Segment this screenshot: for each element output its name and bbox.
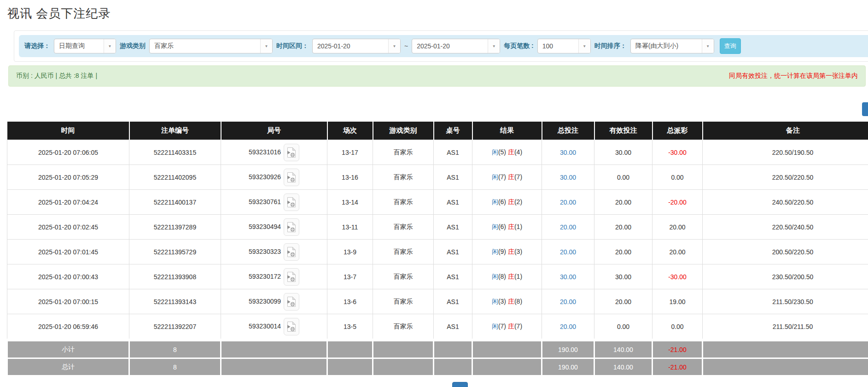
cell-remark: 220.50/190.50 [703,140,868,165]
cell-total-bet: 20.00 [542,215,594,240]
video-replay-button[interactable] [284,293,299,311]
column-header-7: 结果 [472,122,542,140]
cell-time: 2025-01-20 07:05:29 [7,165,129,190]
video-replay-button[interactable] [284,243,299,261]
pagination-page-button[interactable] [452,382,468,387]
cell-session: 13-17 [327,140,373,165]
total-bet-link[interactable]: 20.00 [560,248,576,256]
round-number-text: 593231016 [249,148,281,155]
result-banker-score: (4) [514,148,522,156]
page-size-label: 每页笔数 : [504,42,534,50]
round-number-text: 593230761 [249,198,281,205]
video-file-icon [287,296,296,307]
table-row: 2025-01-20 07:00:43522211393908593230172… [7,264,868,289]
cell-payout: 0.00 [652,314,703,340]
total-bet-link[interactable]: 30.00 [560,273,576,281]
page-title: 视讯 会员下注纪录 [7,6,868,20]
date-to-select[interactable]: 2025-01-20 ▼ [412,39,500,53]
result-player-label: 闲 [492,173,498,181]
cell-remark: 211.50/211.50 [703,314,868,340]
chevron-down-icon[interactable]: ▼ [702,39,714,53]
cell-game-type: 百家乐 [373,215,434,240]
cell-payout: -30.00 [652,140,703,165]
cell-time: 2025-01-20 07:04:24 [7,190,129,215]
video-replay-button[interactable] [284,268,299,286]
chevron-down-icon[interactable]: ▼ [578,39,590,53]
table-row: 2025-01-20 07:04:24522211400137593230761… [7,190,868,215]
video-file-icon [287,246,296,258]
chevron-down-icon[interactable]: ▼ [388,39,400,53]
cell-bet-number: 522211392207 [129,314,221,340]
page-size-select[interactable]: 100 ▼ [537,39,591,53]
cell-result: 闲(8) 庄(1) [472,264,542,289]
total-row-cell-7 [472,358,542,376]
video-replay-button[interactable] [284,318,299,335]
time-sort-label: 时间排序： [594,42,627,50]
result-banker-label: 庄 [508,273,514,280]
time-sort-select[interactable]: 降幂(由大到小) ▼ [630,39,714,53]
search-button[interactable]: 查询 [720,38,741,54]
cut-off-button-right[interactable] [862,102,868,116]
cell-payout: 20.00 [652,240,703,264]
cell-time: 2025-01-20 07:00:15 [7,289,129,314]
chevron-down-icon[interactable]: ▼ [488,39,500,53]
cell-session: 13-9 [327,240,373,264]
video-replay-button[interactable] [284,218,299,236]
table-header-row: 时间注单编号局号场次游戏类别桌号结果总投注有效投注总派彩备注 [7,122,868,140]
query-type-select[interactable]: 日期查询 ▼ [54,39,116,53]
total-bet-link[interactable]: 20.00 [560,298,576,305]
game-type-select[interactable]: 百家乐 ▼ [149,39,273,53]
subtotal-row-cell-7 [472,340,542,358]
cell-remark: 220.50/240.50 [703,215,868,240]
column-header-6: 桌号 [434,122,472,140]
total-row-cell-5 [373,358,434,376]
cell-table-number: AS1 [434,314,472,340]
cell-round-number: 593230926 [221,165,327,190]
subtotal-row-cell-3 [221,340,327,358]
result-banker-score: (7) [514,322,522,330]
video-replay-button[interactable] [284,194,299,211]
total-bet-link[interactable]: 20.00 [560,323,576,330]
page-size-value: 100 [538,39,578,53]
query-type-label: 请选择： [24,42,50,50]
result-player-score: (6) [498,223,506,230]
cell-remark: 200.50/220.50 [703,240,868,264]
result-banker-label: 庄 [508,148,514,156]
cell-game-type: 百家乐 [373,190,434,215]
video-replay-button[interactable] [284,144,299,161]
total-row-cell-6 [434,358,472,376]
cell-bet-number: 522211393143 [129,289,221,314]
cell-game-type: 百家乐 [373,240,434,264]
cell-game-type: 百家乐 [373,289,434,314]
chevron-down-icon[interactable]: ▼ [260,39,272,53]
subtotal-row-cell-5 [373,340,434,358]
video-replay-button[interactable] [284,169,299,186]
total-bet-link[interactable]: 20.00 [560,199,576,206]
date-from-select[interactable]: 2025-01-20 ▼ [312,39,401,53]
result-banker-label: 庄 [508,248,514,255]
result-player-label: 闲 [492,322,498,330]
total-row-cell-8: 190.00 [542,358,594,376]
total-row-cell-4 [327,358,373,376]
total-bet-link[interactable]: 30.00 [560,174,576,181]
subtotal-row-cell-2: 8 [129,340,221,358]
cell-round-number: 593230761 [221,190,327,215]
cell-game-type: 百家乐 [373,140,434,165]
round-number-text: 593230926 [249,173,281,180]
chevron-down-icon[interactable]: ▼ [104,39,116,53]
filter-bar: 请选择： 日期查询 ▼ 游戏类别 百家乐 ▼ 时间区间： 2025-01-20 … [19,35,868,57]
total-row-cell-2: 8 [129,358,221,376]
table-header: 时间注单编号局号场次游戏类别桌号结果总投注有效投注总派彩备注 [7,122,868,140]
video-file-icon [287,222,296,233]
total-bet-link[interactable]: 30.00 [560,149,576,156]
table-body: 2025-01-20 07:06:05522211403315593231016… [7,140,868,340]
table-row: 2025-01-20 07:01:45522211395729593230323… [7,240,868,264]
cell-payout: 0.00 [652,165,703,190]
column-header-10: 总派彩 [652,122,703,140]
cell-table-number: AS1 [434,165,472,190]
total-bet-link[interactable]: 20.00 [560,223,576,231]
cell-round-number: 593230494 [221,215,327,240]
cell-bet-number: 522211397289 [129,215,221,240]
cell-total-bet: 20.00 [542,240,594,264]
game-type-value: 百家乐 [150,39,260,53]
